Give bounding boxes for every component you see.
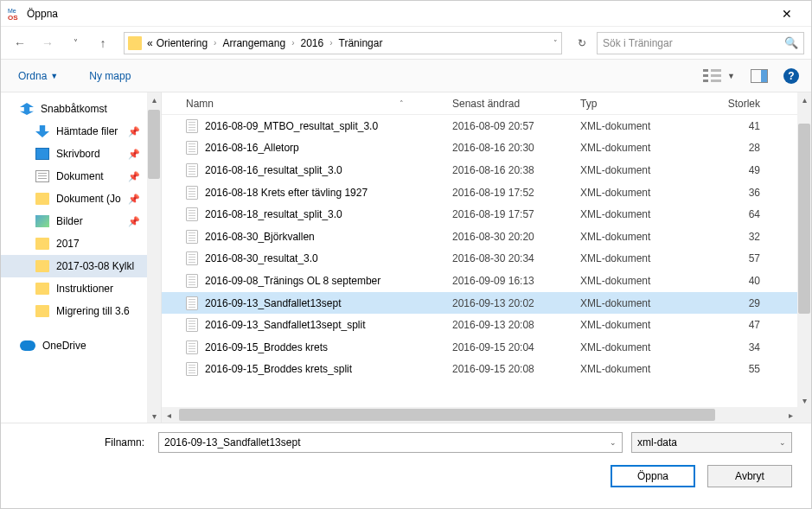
filename-combobox[interactable]: ⌄ [158,432,623,453]
breadcrumb[interactable]: « Orientering › Arrangemang › 2016 › Trä… [124,32,562,54]
file-date: 2016-09-15 20:08 [445,363,573,375]
sidebar-item[interactable]: Dokument 📌 [1,165,161,188]
file-list-scrollbar-horizontal[interactable]: ◂ ▸ [162,407,797,423]
sidebar-item[interactable]: Bilder 📌 [1,210,161,232]
sidebar-scrollbar[interactable]: ▴ ▾ [147,92,161,423]
scroll-up-icon[interactable]: ▴ [797,92,811,106]
breadcrumb-dropdown[interactable]: ˅ [553,39,558,48]
new-folder-button[interactable]: Ny mapp [84,67,136,86]
sidebar-quick-access[interactable]: Snabbåtkomst [1,98,161,120]
file-row[interactable]: 2016-08-30_resultat_3.0 2016-08-30 20:34… [162,248,811,270]
folder-icon [35,238,49,250]
file-row[interactable]: 2016-08-18_resultat_split_3.0 2016-08-19… [162,203,811,226]
sidebar-item[interactable]: Migrering till 3.6 [1,300,161,322]
file-name: 2016-08-30_resultat_3.0 [205,252,318,264]
chevron-right-icon: › [287,38,298,48]
file-name: 2016-09-13_Sandfallet13sept [205,297,341,309]
scroll-right-icon[interactable]: ▸ [783,410,797,420]
column-type[interactable]: Typ [573,98,698,110]
filename-input[interactable] [164,436,610,449]
scroll-thumb[interactable] [179,409,715,421]
file-date: 2016-08-16 20:30 [445,142,573,154]
file-list-scrollbar-vertical[interactable]: ▴ ▾ [797,92,811,407]
view-options-button[interactable]: ▼ [703,69,735,83]
breadcrumb-item[interactable]: 2016 [298,37,325,49]
scroll-up-icon[interactable]: ▴ [147,92,161,106]
up-button[interactable]: ↑ [91,31,115,55]
file-date: 2016-08-16 20:38 [445,164,573,176]
close-button[interactable]: ✕ [770,2,804,26]
file-type: XML-dokument [573,275,698,287]
folder-icon [35,305,49,317]
open-button[interactable]: Öppna [611,465,695,487]
file-row[interactable]: 2016-09-15_Broddes krets 2016-09-15 20:0… [162,336,811,359]
file-date: 2016-09-15 20:04 [445,341,573,353]
sidebar-item[interactable]: 2017-03-08 Kylkl [1,255,161,277]
cancel-button[interactable]: Avbryt [707,465,792,487]
file-date: 2016-09-13 20:08 [445,319,573,331]
column-date[interactable]: Senast ändrad [445,98,573,110]
sidebar-item[interactable]: Hämtade filer 📌 [1,120,161,143]
scroll-down-icon[interactable]: ▾ [147,409,161,423]
scroll-down-icon[interactable]: ▾ [797,393,811,407]
pin-icon: 📌 [128,149,140,160]
pin-icon: 📌 [128,171,140,182]
chevron-down-icon[interactable]: ⌄ [610,438,617,447]
column-headers: Namn ˄ Senast ändrad Typ Storlek [162,92,811,115]
file-size: 49 [698,164,767,176]
sidebar-item[interactable]: Instruktioner [1,277,161,300]
search-input[interactable] [603,37,784,49]
breadcrumb-root[interactable]: « [145,37,155,49]
back-button[interactable]: ← [8,31,32,55]
breadcrumb-item[interactable]: Arrangemang [221,37,287,49]
file-icon [186,340,198,354]
filetype-select[interactable]: xml-data ⌄ [631,432,792,453]
file-row[interactable]: 2016-08-09_MTBO_resultat_split_3.0 2016-… [162,115,811,137]
file-name: 2016-09-15_Broddes krets_split [205,363,352,375]
column-name[interactable]: Namn ˄ [162,98,445,110]
file-row[interactable]: 2016-08-30_Björkvallen 2016-08-30 20:20 … [162,226,811,248]
folder-icon [35,193,49,205]
breadcrumb-item[interactable]: Orientering [155,37,209,49]
breadcrumb-item[interactable]: Träningar [337,37,385,49]
sidebar-onedrive[interactable]: OneDrive [1,334,161,357]
sidebar-item[interactable]: Skrivbord 📌 [1,143,161,165]
scroll-thumb[interactable] [148,110,160,179]
file-size: 36 [698,187,767,199]
window-title: Öppna [27,8,58,20]
file-row[interactable]: 2016-08-16_resultat_split_3.0 2016-08-16… [162,159,811,181]
app-icon: MeOS [8,7,22,21]
file-row[interactable]: 2016-09-13_Sandfallet13sept 2016-09-13 2… [162,292,811,315]
file-type: XML-dokument [573,142,698,154]
preview-pane-button[interactable] [751,69,768,83]
sidebar-item[interactable]: Dokument (Jo 📌 [1,188,161,210]
title-bar: MeOS Öppna ✕ [1,1,811,27]
file-date: 2016-08-09 20:57 [445,120,573,132]
svg-text:OS: OS [8,14,18,21]
file-size: 55 [698,363,767,375]
file-name: 2016-08-16_Alletorp [205,142,299,154]
organize-button[interactable]: Ordna ▼ [13,67,63,86]
file-type: XML-dokument [573,231,698,243]
file-date: 2016-09-13 20:02 [445,297,573,309]
scroll-left-icon[interactable]: ◂ [162,410,176,420]
sidebar-item-label: OneDrive [42,340,86,352]
sidebar-item-label: Migrering till 3.6 [56,305,130,317]
refresh-button[interactable]: ↻ [571,32,593,54]
new-folder-label: Ny mapp [89,70,131,82]
scroll-thumb[interactable] [798,124,810,314]
file-size: 64 [698,208,767,220]
doc-icon [35,170,49,182]
file-row[interactable]: 2016-08-16_Alletorp 2016-08-16 20:30 XML… [162,137,811,160]
file-row[interactable]: 2016-09-08_Tränings OL 8 september 2016-… [162,270,811,292]
column-size[interactable]: Storlek [698,98,767,110]
file-row[interactable]: 2016-09-15_Broddes krets_split 2016-09-1… [162,359,811,381]
search-box[interactable]: 🔍 [597,32,804,54]
forward-button[interactable]: → [35,31,60,55]
recent-locations-button[interactable]: ˅ [63,31,87,55]
sidebar-item[interactable]: 2017 [1,232,161,255]
help-button[interactable]: ? [783,68,799,84]
file-name: 2016-09-13_Sandfallet13sept_split [205,319,365,331]
file-row[interactable]: 2016-08-18 Krets efter tävling 1927 2016… [162,181,811,204]
file-row[interactable]: 2016-09-13_Sandfallet13sept_split 2016-0… [162,314,811,336]
